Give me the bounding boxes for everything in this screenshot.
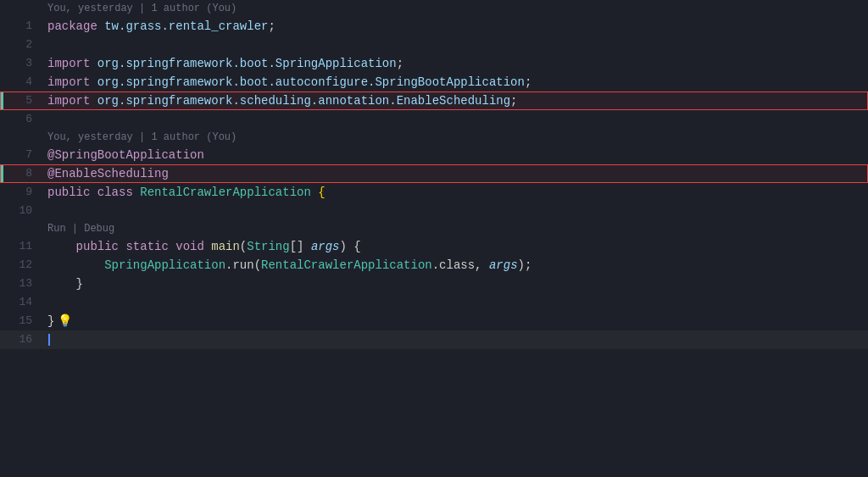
line-number: 15 [3,312,42,330]
lightbulb-icon[interactable]: 💡 [58,314,72,328]
line-number: 13 [3,275,42,293]
code-token: void [175,240,211,253]
code-token: RentalCrawlerApplication [261,258,432,272]
code-token: SpringApplication [104,258,225,272]
line-number: 12 [3,256,42,275]
code-line: 15}💡 [0,312,868,330]
code-token: public [47,186,97,199]
line-content: } [42,275,868,293]
line-content [42,36,868,54]
line-number: 8 [3,164,42,183]
code-token: ); [518,258,532,272]
line-number: 4 [3,73,42,92]
code-line: 10 [0,202,868,220]
code-line: 2 [0,36,868,54]
line-content: import org.springframework.boot.autoconf… [42,73,868,92]
code-token: } [47,314,54,328]
code-token: org.springframework.scheduling.annotatio… [97,94,510,108]
line-content [42,202,868,220]
code-token: import [47,94,97,108]
code-editor: You, yesterday | 1 author (You)1package … [0,0,868,477]
line-number: 1 [3,17,42,36]
git-blame-text: Run | Debug [39,220,114,237]
code-token: .run( [225,258,261,272]
code-line: 7@SpringBootApplication [0,146,868,164]
code-line: 1package tw.grass.rental_crawler; [0,17,868,36]
code-line: 3import org.springframework.boot.SpringA… [0,54,868,73]
code-token: ; [525,75,531,89]
code-line: 4import org.springframework.boot.autocon… [0,73,868,92]
code-token: [] [290,240,311,253]
code-token: public [47,240,125,253]
code-token: @EnableScheduling [47,167,169,180]
line-content: public static void main(String[] args) { [42,237,868,256]
code-token [47,258,104,272]
line-number: 10 [3,202,42,220]
line-content [42,330,868,349]
git-blame-line: Run | Debug [0,220,868,237]
code-line: 6 [0,110,868,129]
line-content: import org.springframework.scheduling.an… [42,92,868,110]
code-token: args [489,258,518,272]
code-line: 16 [0,330,868,349]
code-token: String [247,240,289,253]
line-content [42,110,868,129]
code-token: ; [510,94,517,108]
line-content: package tw.grass.rental_crawler; [42,17,868,36]
line-number: 5 [3,92,42,110]
line-content: }💡 [42,312,868,330]
code-token: class [97,186,140,199]
line-number: 11 [3,237,42,256]
line-number: 3 [3,54,42,73]
code-token: .class, [432,258,489,272]
line-number: 6 [3,110,42,129]
code-token: package [47,19,104,33]
code-line: 8@EnableScheduling [0,164,868,183]
code-line: 11 public static void main(String[] args… [0,237,868,256]
code-token: import [47,57,97,70]
line-content: SpringApplication.run(RentalCrawlerAppli… [42,256,868,275]
git-blame-text: You, yesterday | 1 author (You) [39,129,236,146]
code-token: main [211,240,240,253]
code-token: ; [268,19,275,33]
code-line: 13 } [0,275,868,293]
code-line: 14 [0,293,868,312]
code-token: tw.grass.rental_crawler [104,19,268,33]
git-blame-text: You, yesterday | 1 author (You) [39,0,236,17]
line-number: 2 [3,36,42,54]
code-token: static [125,240,175,253]
code-line: 9public class RentalCrawlerApplication { [0,183,868,202]
code-token: RentalCrawlerApplication [140,186,318,199]
line-content: import org.springframework.boot.SpringAp… [42,54,868,73]
line-content: @EnableScheduling [42,164,868,183]
git-blame-line: You, yesterday | 1 author (You) [0,129,868,146]
code-token: import [47,75,97,89]
cursor [48,334,50,346]
code-token: org.springframework.boot.autoconfigure.S… [97,75,525,89]
code-token: ) { [340,240,361,253]
code-token: ( [240,240,247,253]
line-content [42,293,868,312]
line-number: 9 [3,183,42,202]
line-number: 7 [3,146,42,164]
line-number: 16 [3,330,42,349]
code-token: org.springframework.boot.SpringApplicati… [97,57,397,70]
code-token: { [318,186,325,199]
line-content: public class RentalCrawlerApplication { [42,183,868,202]
line-number: 14 [3,293,42,312]
code-line: 5import org.springframework.scheduling.a… [0,92,868,110]
git-blame-line: You, yesterday | 1 author (You) [0,0,868,17]
line-content: @SpringBootApplication [42,146,868,164]
code-token: ; [397,57,403,70]
code-token: args [311,240,340,253]
code-token: } [47,277,83,291]
code-token: @SpringBootApplication [47,148,204,162]
code-line: 12 SpringApplication.run(RentalCrawlerAp… [0,256,868,275]
